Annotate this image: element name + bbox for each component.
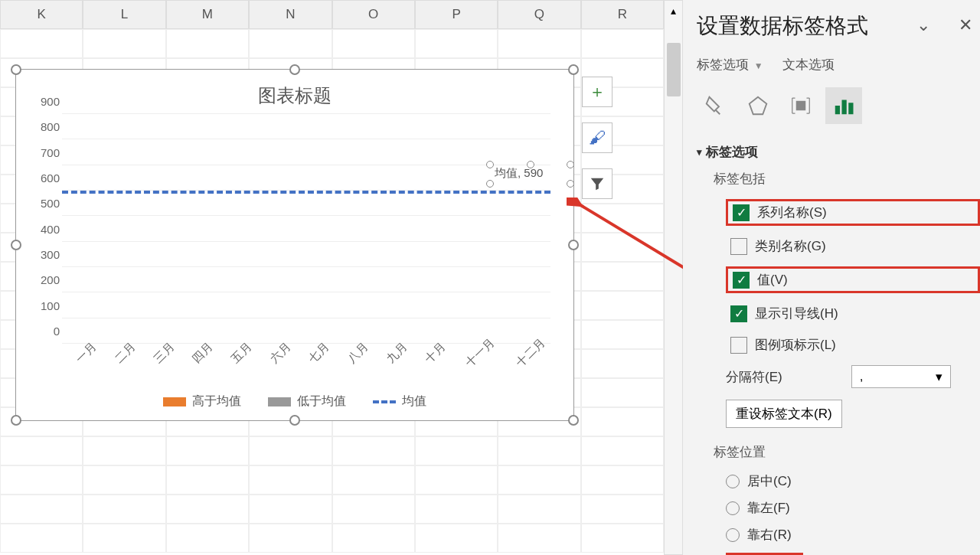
scroll-up-icon[interactable]: ▴ <box>665 1 682 20</box>
collapse-icon[interactable]: ⌄ <box>916 15 930 35</box>
legend-above[interactable]: 高于均值 <box>163 393 241 410</box>
pane-title: 设置数据标签格式 <box>697 11 980 41</box>
col-Q[interactable]: Q <box>498 0 580 29</box>
chart-filters-button[interactable] <box>582 168 612 199</box>
section-label-options[interactable]: ▾标签选项 <box>697 143 980 161</box>
label-includes-header: 标签包括 <box>714 170 980 188</box>
resize-handle[interactable] <box>11 240 21 250</box>
chart-elements-button[interactable]: ＋ <box>582 77 612 107</box>
label-handle[interactable] <box>486 161 494 168</box>
label-handle[interactable] <box>567 161 574 168</box>
label-handle[interactable] <box>527 161 534 168</box>
col-L[interactable]: L <box>83 0 165 29</box>
checkbox-leader-lines[interactable]: ✓ 显示引导线(H) <box>726 302 980 325</box>
chart-legend[interactable]: 高于均值 低于均值 均值 <box>16 393 573 410</box>
plus-icon: ＋ <box>589 80 606 103</box>
label-handle[interactable] <box>567 180 574 188</box>
bars <box>62 114 550 344</box>
svg-rect-3 <box>835 106 840 114</box>
checkbox-icon <box>730 337 747 354</box>
col-K[interactable]: K <box>0 0 83 29</box>
col-P[interactable]: P <box>415 0 498 29</box>
selected-data-label[interactable]: 均值, 590 <box>490 165 570 184</box>
svg-rect-5 <box>848 103 853 114</box>
tab-label-options[interactable]: 标签选项 ▼ <box>697 56 763 73</box>
label-handle[interactable] <box>486 180 494 188</box>
label-options-icon[interactable] <box>825 87 862 124</box>
plot-area[interactable]: 0100200300400500600700800900 <box>62 114 550 344</box>
svg-marker-1 <box>750 97 767 115</box>
checkbox-legend-key[interactable]: 图例项标示(L) <box>726 334 980 356</box>
separator-label: 分隔符(E) <box>726 368 782 386</box>
checkbox-value[interactable]: ✓ 值(V) <box>726 266 980 293</box>
resize-handle[interactable] <box>11 415 21 426</box>
tab-text-options[interactable]: 文本选项 <box>782 56 835 73</box>
chart-object[interactable]: 图表标题 0100200300400500600700800900 一月二月三月… <box>15 69 574 421</box>
resize-handle[interactable] <box>289 64 300 75</box>
label-position-header: 标签位置 <box>714 443 980 461</box>
separator-select[interactable]: ,▾ <box>851 365 951 388</box>
checkbox-series-name[interactable]: ✓ 系列名称(S) <box>726 199 980 226</box>
chart-title[interactable]: 图表标题 <box>16 70 573 114</box>
scroll-thumb[interactable] <box>667 43 681 96</box>
reset-label-text-button[interactable]: 重设标签文本(R) <box>726 400 842 428</box>
format-pane: 设置数据标签格式 ⌄ ✕ 标签选项 ▼ 文本选项 ▾标签选项 标签包括 ✓ 系列… <box>683 0 980 555</box>
close-icon[interactable]: ✕ <box>959 15 972 35</box>
x-axis: 一月二月三月四月五月六月七月八月九月十月十一月十二月 <box>62 348 550 386</box>
legend-below[interactable]: 低于均值 <box>268 393 346 410</box>
size-properties-icon[interactable] <box>782 87 819 124</box>
resize-handle[interactable] <box>289 415 300 426</box>
checkbox-icon: ✓ <box>733 204 750 221</box>
vertical-scrollbar[interactable]: ▴ <box>664 0 683 555</box>
col-O[interactable]: O <box>332 0 415 29</box>
radio-left[interactable]: 靠左(F) <box>726 499 980 517</box>
checkbox-category-name[interactable]: 类别名称(G) <box>726 235 980 257</box>
fill-line-icon[interactable] <box>697 87 733 124</box>
chevron-down-icon: ▾ <box>936 369 942 385</box>
brush-icon: 🖌 <box>589 128 606 148</box>
y-axis: 0100200300400500600700800900 <box>25 114 60 344</box>
resize-handle[interactable] <box>568 64 579 75</box>
checkbox-icon: ✓ <box>733 272 750 289</box>
checkbox-icon <box>730 238 747 255</box>
chevron-down-icon: ▼ <box>754 60 763 71</box>
checkbox-icon: ✓ <box>730 305 747 322</box>
radio-right[interactable]: 靠右(R) <box>726 526 980 544</box>
col-R[interactable]: R <box>581 0 664 29</box>
svg-rect-2 <box>796 101 806 111</box>
filter-icon <box>589 175 606 192</box>
chart-styles-button[interactable]: 🖌 <box>582 122 612 153</box>
col-M[interactable]: M <box>166 0 249 29</box>
caret-down-icon: ▾ <box>697 146 702 158</box>
col-N[interactable]: N <box>249 0 332 29</box>
effects-icon[interactable] <box>740 87 776 124</box>
resize-handle[interactable] <box>568 415 579 426</box>
svg-rect-4 <box>842 100 847 115</box>
resize-handle[interactable] <box>11 64 21 75</box>
legend-avg[interactable]: 均值 <box>373 393 426 410</box>
radio-center[interactable]: 居中(C) <box>726 472 980 490</box>
resize-handle[interactable] <box>568 240 579 250</box>
column-headers: K L M N O P Q R <box>0 0 664 29</box>
